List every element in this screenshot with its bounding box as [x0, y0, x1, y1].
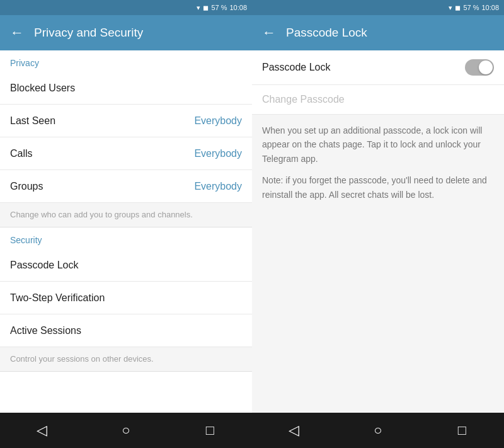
last-seen-label: Last Seen — [10, 115, 55, 127]
groups-value: Everybody — [194, 181, 242, 192]
info-text-1: When you set up an additional passcode, … — [262, 123, 494, 166]
time-right: 10:08 — [481, 4, 499, 11]
nav-recent-left[interactable]: □ — [192, 418, 227, 443]
battery-percent-right: 57 % — [463, 4, 479, 11]
passcode-lock-row[interactable]: Passcode Lock — [252, 50, 504, 85]
battery-percent-left: 57 % — [211, 4, 227, 11]
menu-item-groups[interactable]: Groups Everybody — [0, 170, 252, 203]
nav-back-left[interactable]: ◁ — [25, 418, 60, 443]
time-left: 10:08 — [229, 4, 247, 11]
nav-home-right[interactable]: ○ — [360, 418, 396, 443]
signal-icon-right: ◼ — [455, 4, 461, 12]
change-passcode-row: Change Passcode — [252, 85, 504, 115]
menu-item-last-seen[interactable]: Last Seen Everybody — [0, 105, 252, 137]
signal-icon: ◼ — [203, 4, 209, 12]
page-title-left: Privacy and Security — [34, 26, 242, 40]
calls-label: Calls — [10, 148, 33, 159]
section-label-privacy: Privacy — [0, 50, 252, 72]
nav-recent-right[interactable]: □ — [444, 418, 479, 443]
toolbar-right: ← Passcode Lock — [252, 15, 504, 50]
last-seen-value: Everybody — [194, 115, 242, 127]
section-label-security: Security — [0, 227, 252, 249]
nav-home-left[interactable]: ○ — [108, 418, 144, 443]
passcode-lock-main-label: Passcode Lock — [262, 62, 331, 73]
info-text-2: Note: if you forget the passcode, you'll… — [262, 173, 494, 202]
two-step-label: Two-Step Verification — [10, 292, 105, 304]
menu-item-active-sessions[interactable]: Active Sessions — [0, 314, 252, 347]
back-button-right[interactable]: ← — [262, 26, 276, 40]
menu-item-two-step[interactable]: Two-Step Verification — [0, 282, 252, 314]
status-bar-right: ▾ ◼ 57 % 10:08 — [252, 0, 504, 15]
menu-item-blocked-users[interactable]: Blocked Users — [0, 72, 252, 105]
privacy-hint: Change who can add you to groups and cha… — [0, 203, 252, 227]
page-title-right: Passcode Lock — [286, 26, 494, 40]
status-bar-left: ▾ ◼ 57 % 10:08 — [0, 0, 252, 15]
calls-value: Everybody — [194, 148, 242, 159]
blocked-users-label: Blocked Users — [10, 83, 75, 94]
nav-bar-left: ◁ ○ □ — [0, 413, 252, 448]
right-panel: ▾ ◼ 57 % 10:08 ← Passcode Lock Passcode … — [252, 0, 504, 448]
toggle-thumb — [479, 60, 493, 74]
menu-item-passcode-lock[interactable]: Passcode Lock — [0, 249, 252, 282]
security-hint: Control your sessions on other devices. — [0, 347, 252, 372]
change-passcode-label: Change Passcode — [262, 94, 345, 105]
wifi-icon: ▾ — [197, 4, 200, 12]
passcode-info-area: When you set up an additional passcode, … — [252, 115, 504, 413]
nav-back-right[interactable]: ◁ — [277, 418, 312, 443]
active-sessions-label: Active Sessions — [10, 325, 81, 336]
groups-label: Groups — [10, 181, 43, 192]
back-button-left[interactable]: ← — [10, 26, 24, 40]
passcode-toggle[interactable] — [465, 59, 494, 76]
wifi-icon-right: ▾ — [449, 4, 452, 12]
menu-item-calls[interactable]: Calls Everybody — [0, 137, 252, 170]
nav-bar-right: ◁ ○ □ — [252, 413, 504, 448]
left-panel: ▾ ◼ 57 % 10:08 ← Privacy and Security Pr… — [0, 0, 252, 448]
passcode-lock-label: Passcode Lock — [10, 260, 79, 271]
toolbar-left: ← Privacy and Security — [0, 15, 252, 50]
